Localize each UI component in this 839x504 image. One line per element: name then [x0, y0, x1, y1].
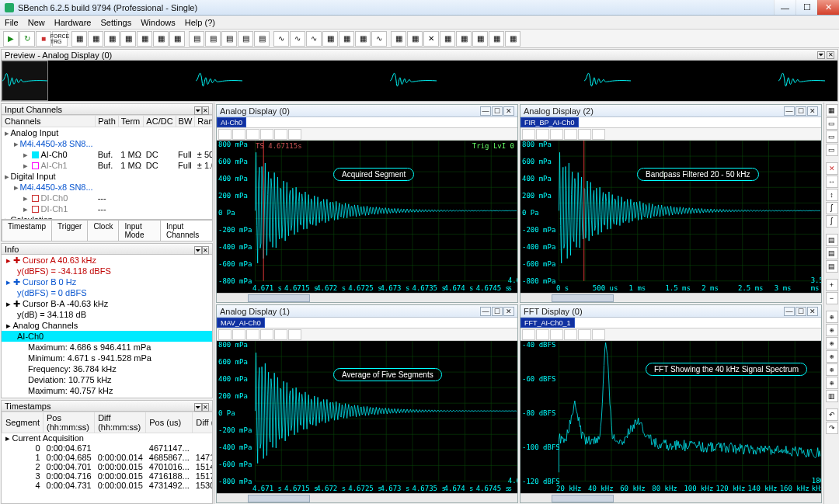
rt-m1[interactable]: ⎈	[826, 311, 838, 323]
timestamp-row[interactable]: 30:00:04.7160:00:00.0154716188...15172.6…	[2, 471, 213, 481]
ts-col[interactable]: Diff (hh:mm:ss)	[95, 412, 146, 433]
tab-timestamp[interactable]: Timestamp	[2, 220, 52, 241]
st-3[interactable]	[246, 129, 259, 140]
st-6[interactable]	[288, 329, 301, 340]
rt-v1[interactable]: ▭	[826, 117, 838, 130]
rt-zoom-out-icon[interactable]: −	[826, 292, 838, 304]
st-5[interactable]	[578, 329, 591, 340]
channel-row[interactable]: ▸M4i.4450-x8 SN8...	[2, 182, 213, 193]
st-3[interactable]	[550, 129, 563, 140]
channel-row[interactable]: ▸Digital Input	[2, 171, 213, 182]
ts-close-icon[interactable]: ✕	[202, 403, 209, 412]
tb-stop-button[interactable]: ■	[36, 31, 51, 47]
channel-row[interactable]: ▸Analog Input	[2, 127, 213, 139]
scope-min-button[interactable]: —	[784, 307, 795, 316]
col-path[interactable]: Path	[96, 116, 119, 127]
scope-max-button[interactable]: ☐	[492, 106, 503, 116]
rt-m3[interactable]: ⎈	[826, 337, 838, 349]
tab-clock[interactable]: Clock	[87, 220, 119, 241]
rt-plus1[interactable]: ▤	[826, 234, 838, 246]
rt-cz-icon[interactable]: ↔	[826, 176, 838, 188]
st-1[interactable]	[522, 329, 535, 340]
scope-scrollbar[interactable]	[217, 493, 517, 502]
tb-doc4[interactable]: ▤	[238, 31, 253, 47]
scope-scrollbar[interactable]	[217, 293, 517, 302]
scope-scrollbar[interactable]	[520, 293, 821, 302]
channel-row[interactable]: ▸M4i.4450-x8 SN8...	[2, 138, 213, 149]
tb-g5[interactable]: ▦	[137, 31, 152, 47]
rt-m2[interactable]: ⎈	[826, 324, 838, 336]
tb-l8[interactable]: ▦	[505, 31, 520, 47]
scope-scrollbar[interactable]	[520, 493, 821, 502]
ts-pin-icon[interactable]: ⏷	[194, 403, 202, 412]
menu-hardware[interactable]: Hardware	[54, 18, 92, 27]
tb-l7[interactable]: ▦	[489, 31, 504, 47]
tb-l2[interactable]: ▦	[407, 31, 423, 47]
scope-max-button[interactable]: ☐	[795, 106, 806, 116]
tb-l4[interactable]: ▦	[440, 31, 455, 47]
rt-m7[interactable]: ▥	[826, 390, 838, 402]
col-acdc[interactable]: AC/DC	[144, 116, 176, 127]
rt-zoom-in-icon[interactable]: +	[826, 279, 838, 291]
tb-g4[interactable]: ▦	[120, 31, 136, 47]
st-5[interactable]	[274, 329, 287, 340]
st-3[interactable]	[550, 329, 563, 340]
menu-windows[interactable]: Windows	[141, 18, 176, 27]
tb-play-button[interactable]: ▶	[3, 31, 19, 47]
scope-max-button[interactable]: ☐	[795, 307, 806, 316]
st-2[interactable]	[232, 129, 245, 140]
ts-col[interactable]: Diff (us)	[193, 412, 212, 433]
st-5[interactable]	[578, 129, 591, 140]
channel-row[interactable]: ▸DI-Ch1---	[2, 203, 213, 214]
rt-grid-icon[interactable]: ▦	[826, 104, 838, 116]
scope-channel-chip[interactable]: FIR_BP_AI-Ch0	[520, 117, 579, 127]
st-2[interactable]	[536, 129, 549, 140]
channel-row[interactable]: ▸AI-Ch1Buf.1 MΩDCFull± 1.00	[2, 160, 213, 171]
st-2[interactable]	[536, 329, 549, 340]
rt-cz2-icon[interactable]: ↕	[826, 189, 838, 201]
preview-canvas[interactable]: // small waveform ticks drawn later in J…	[2, 61, 837, 101]
scope-canvas[interactable]: -40 dBFS-60 dBFS-80 dBFS-100 dBFS-120 dB…	[520, 341, 821, 493]
window-close-button[interactable]: ✕	[817, 0, 839, 15]
ts-col[interactable]: Pos (us)	[146, 412, 193, 433]
tab-input-mode[interactable]: Input Mode	[118, 220, 161, 241]
channel-row[interactable]: ▸DI-Ch0---	[2, 193, 213, 203]
rt-plus2[interactable]: ▤	[826, 247, 838, 259]
scope-channel-chip[interactable]: MAV_AI-Ch0	[217, 318, 265, 328]
tb-w4[interactable]: ▦	[322, 31, 338, 47]
tb-l6[interactable]: ▦	[472, 31, 488, 47]
scope-canvas[interactable]: 800 mPa600 mPa400 mPa200 mPa0 Pa-200 mPa…	[217, 341, 517, 493]
channels-panel-body[interactable]: Channels Path Term AC/DC BW Range ▸Analo…	[2, 115, 212, 219]
rt-cx-icon[interactable]: ✕	[826, 162, 838, 175]
scope-close-button[interactable]: ✕	[807, 106, 818, 116]
col-bw[interactable]: BW	[176, 116, 195, 127]
timestamp-row[interactable]: 00:00:04.6714671147...	[2, 443, 213, 453]
scope-close-button[interactable]: ✕	[503, 307, 514, 316]
menu-file[interactable]: File	[5, 18, 19, 27]
info-pin-icon[interactable]: ⏷	[194, 246, 202, 255]
rt-redo-icon[interactable]: ↷	[826, 422, 838, 434]
channels-pin-icon[interactable]: ⏷	[194, 106, 202, 115]
st-1[interactable]	[218, 329, 232, 340]
tb-w3[interactable]: ∿	[306, 31, 322, 47]
scope-channel-chip[interactable]: FFT_AI-Ch0_1	[520, 318, 575, 328]
rt-int-icon[interactable]: ʃ	[826, 202, 838, 214]
tab-trigger[interactable]: Trigger	[51, 220, 88, 241]
info-close-icon[interactable]: ✕	[202, 246, 209, 255]
preview-close-icon[interactable]: ✕	[827, 51, 834, 59]
scope-max-button[interactable]: ☐	[492, 307, 503, 316]
col-term[interactable]: Term	[118, 116, 144, 127]
scope-close-button[interactable]: ✕	[503, 106, 514, 116]
timestamps-panel-body[interactable]: SegmentPos (hh:mm:ss)Diff (hh:mm:ss)Pos …	[2, 412, 212, 503]
scope-min-button[interactable]: —	[480, 307, 491, 316]
tb-loop-button[interactable]: ↻	[19, 31, 35, 47]
tab-input-channels[interactable]: Input Channels	[160, 220, 213, 241]
info-panel-body[interactable]: ▸ ✚ Cursor A 40.63 kHzy(dBFS) = -34.118 …	[2, 255, 212, 398]
rt-m4[interactable]: ⎈	[826, 350, 838, 363]
scope-channel-chip[interactable]: AI-Ch0	[217, 117, 246, 127]
tb-w1[interactable]: ∿	[273, 31, 289, 47]
st-1[interactable]	[218, 129, 232, 140]
tb-w2[interactable]: ∿	[290, 31, 305, 47]
tb-g3[interactable]: ▦	[104, 31, 120, 47]
tb-w5[interactable]: ▦	[339, 31, 354, 47]
